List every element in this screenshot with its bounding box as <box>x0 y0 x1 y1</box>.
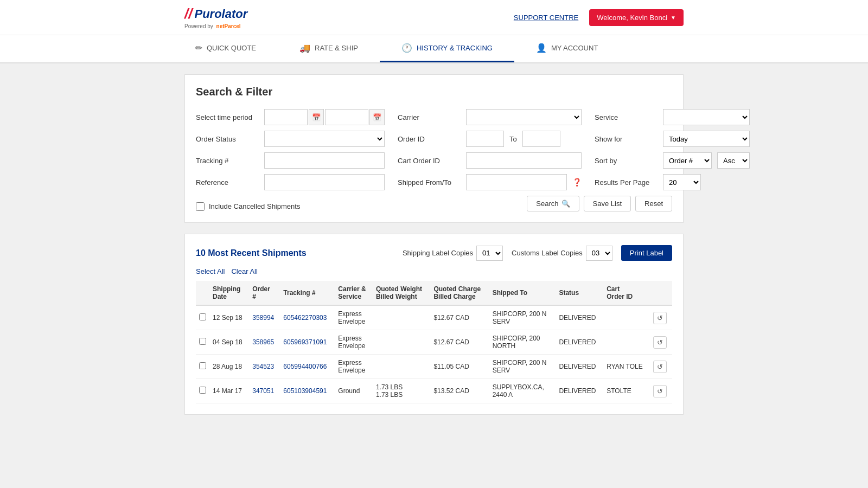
nav-my-account[interactable]: 👤 MY ACCOUNT <box>514 35 620 62</box>
time-period-row: Select time period 📅 📅 <box>196 109 385 125</box>
support-centre-link[interactable]: SUPPORT CENTRE <box>514 14 578 22</box>
calendar-start-icon[interactable]: 📅 <box>309 109 324 125</box>
shipped-from-to-input[interactable] <box>466 174 567 190</box>
order-id-input[interactable] <box>466 131 504 147</box>
tracking-row: Tracking # <box>196 152 385 169</box>
nav-quick-quote[interactable]: ✏ QUICK QUOTE <box>174 35 278 62</box>
th-carrier-service: Carrier &Service <box>335 281 373 305</box>
reference-label: Reference <box>196 178 261 187</box>
welcome-text: Welcome, Kevin Bonci <box>597 14 667 22</box>
cart-order-id-input[interactable] <box>466 152 582 169</box>
row4-shipped-to: SUPPLYBOX.CA,2440 A <box>489 379 556 403</box>
row3-tracking-link[interactable]: 605994400766 <box>283 363 327 370</box>
row1-carrier-service: ExpressEnvelope <box>335 305 373 330</box>
row1-order-link[interactable]: 358994 <box>252 314 274 322</box>
row2-action: ↺ <box>650 330 672 355</box>
row2-cart-order <box>603 330 650 355</box>
calendar-end-icon[interactable]: 📅 <box>369 109 385 125</box>
th-tracking: Tracking # <box>280 281 335 305</box>
results-per-page-select[interactable]: 20 50 100 <box>663 174 701 190</box>
service-row: Service <box>595 109 750 125</box>
row1-tracking-link[interactable]: 605462270303 <box>283 314 327 322</box>
th-weight: Quoted WeightBilled Weight <box>373 281 431 305</box>
service-select[interactable] <box>663 109 750 125</box>
nav-history-tracking[interactable]: 🕐 HISTORY & TRACKING <box>380 35 514 62</box>
sort-by-field-select[interactable]: Order # Date <box>663 152 712 169</box>
row4-tracking-link[interactable]: 605103904591 <box>283 387 327 395</box>
reference-row: Reference <box>196 174 385 190</box>
include-cancelled-checkbox[interactable] <box>196 202 205 211</box>
row4-checkbox[interactable] <box>199 387 206 394</box>
shipped-from-to-row: Shipped From/To ❓ <box>398 174 582 190</box>
page-header: // Purolator Powered by netParcel SUPPOR… <box>0 0 868 35</box>
order-id-row: Order ID To <box>398 131 582 147</box>
save-list-button[interactable]: Save List <box>584 196 631 211</box>
customs-label-copies-select[interactable]: 01 02 03 <box>586 246 612 261</box>
label-copies-group: Shipping Label Copies 01 02 03 Customs L… <box>403 245 672 261</box>
row3-status-badge: DELIVERED <box>559 363 596 370</box>
row2-shipped-to: SHIPCORP, 200NORTH <box>489 330 556 355</box>
help-icon[interactable]: ❓ <box>572 178 582 187</box>
row3-date: 28 Aug 18 <box>209 355 249 379</box>
row4-refresh-button[interactable]: ↺ <box>653 385 667 397</box>
logo-netparcel: netParcel <box>216 23 241 29</box>
order-id-to-input[interactable] <box>522 131 560 147</box>
row3-order-link[interactable]: 354523 <box>252 363 274 370</box>
table-row: 04 Sep 18 358965 605969371091 ExpressEnv… <box>196 330 672 355</box>
time-period-end-input[interactable] <box>325 109 368 125</box>
row1-tracking: 605462270303 <box>280 305 335 330</box>
row2-tracking: 605969371091 <box>280 330 335 355</box>
row2-refresh-button[interactable]: ↺ <box>653 336 667 349</box>
shipping-label-copies-select[interactable]: 01 02 03 <box>476 246 503 261</box>
order-status-row: Order Status <box>196 131 385 147</box>
order-id-label: Order ID <box>398 135 463 143</box>
show-for-select[interactable]: Today This Week This Month <box>663 131 750 147</box>
results-per-page-label: Results Per Page <box>595 178 660 187</box>
row4-weight: 1.73 LBS1.73 LBS <box>373 379 431 403</box>
results-card: 10 Most Recent Shipments Shipping Label … <box>184 234 684 415</box>
row4-order-link[interactable]: 347051 <box>252 387 274 395</box>
nav-rate-ship-label: RATE & SHIP <box>315 44 358 52</box>
welcome-button[interactable]: Welcome, Kevin Bonci ▼ <box>589 9 684 26</box>
shipping-label-copies-group: Shipping Label Copies 01 02 03 <box>403 246 503 261</box>
row2-carrier-service: ExpressEnvelope <box>335 330 373 355</box>
print-label-button[interactable]: Print Label <box>621 245 672 261</box>
row2-charge: $12.67 CAD <box>430 330 489 355</box>
time-period-start-input[interactable] <box>264 109 308 125</box>
row1-checkbox[interactable] <box>199 313 206 320</box>
row1-refresh-button[interactable]: ↺ <box>653 312 667 324</box>
sort-by-label: Sort by <box>595 157 660 165</box>
row4-carrier-service: Ground <box>335 379 373 403</box>
results-per-page-row: Results Per Page 20 50 100 <box>595 174 750 190</box>
th-charge: Quoted ChargeBilled Charge <box>430 281 489 305</box>
truck-icon: 🚚 <box>299 43 310 53</box>
order-status-select[interactable] <box>264 131 385 147</box>
row3-weight <box>373 355 431 379</box>
tracking-input[interactable] <box>264 152 385 169</box>
th-order-num: Order# <box>249 281 280 305</box>
header-actions: SUPPORT CENTRE Welcome, Kevin Bonci ▼ <box>514 9 684 26</box>
nav-my-account-label: MY ACCOUNT <box>551 44 598 52</box>
row1-status: DELIVERED <box>556 305 603 330</box>
sort-direction-select[interactable]: Asc Desc <box>717 152 750 169</box>
time-period-label: Select time period <box>196 113 261 121</box>
row3-status: DELIVERED <box>556 355 603 379</box>
clear-all-link[interactable]: Clear All <box>231 267 257 275</box>
select-all-link[interactable]: Select All <box>196 267 225 275</box>
row2-checkbox[interactable] <box>199 338 206 345</box>
nav-rate-ship[interactable]: 🚚 RATE & SHIP <box>278 35 380 62</box>
row2-tracking-link[interactable]: 605969371091 <box>283 338 327 346</box>
reset-button[interactable]: Reset <box>635 196 672 211</box>
carrier-select[interactable] <box>466 109 582 125</box>
row4-status: DELIVERED <box>556 379 603 403</box>
search-filter-card: Search & Filter Select time period 📅 📅 <box>184 74 684 223</box>
search-label: Search <box>536 200 558 208</box>
reference-input[interactable] <box>264 174 385 190</box>
clock-icon: 🕐 <box>401 43 412 53</box>
row3-checkbox[interactable] <box>199 362 206 369</box>
row2-order-link[interactable]: 358965 <box>252 338 274 346</box>
search-button[interactable]: Search 🔍 <box>527 196 579 211</box>
row4-tracking: 605103904591 <box>280 379 335 403</box>
include-cancelled-label: Include Cancelled Shipments <box>209 202 300 210</box>
row3-refresh-button[interactable]: ↺ <box>653 361 667 373</box>
